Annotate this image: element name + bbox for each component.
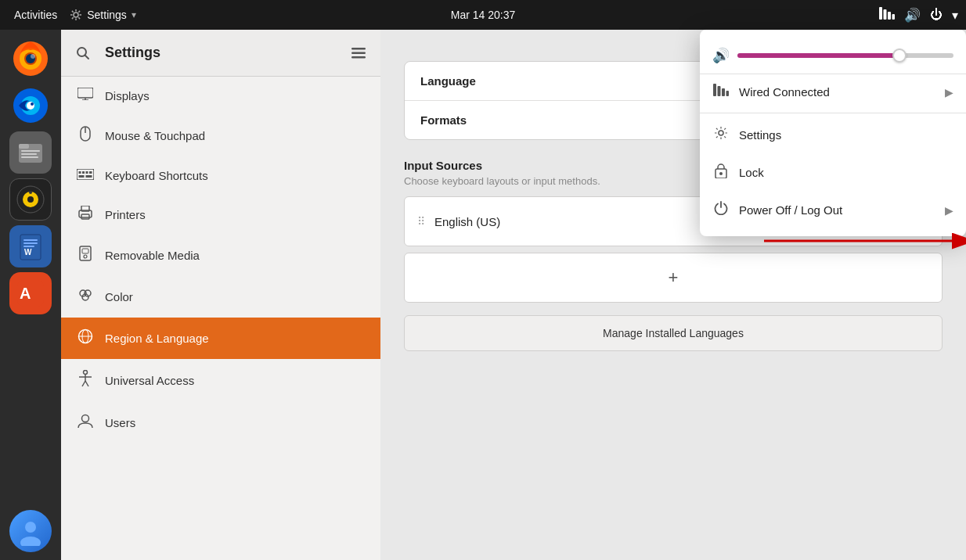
settings-panel: Settings Displays <box>61 30 380 560</box>
sidebar-item-region-language[interactable]: Region & Language <box>61 318 380 359</box>
firefox-icon <box>11 39 50 78</box>
svg-point-108 <box>719 172 723 175</box>
lock-svg-icon <box>715 163 727 178</box>
svg-rect-56 <box>79 175 85 178</box>
mouse-svg-icon <box>80 126 91 142</box>
dropdown-power-item[interactable]: Power Off / Log Out ▶ <box>700 192 966 228</box>
svg-rect-53 <box>82 171 85 174</box>
volume-knob[interactable] <box>892 48 907 63</box>
svg-rect-62 <box>82 249 88 253</box>
removable-media-label: Removable Media <box>105 249 200 262</box>
users-label: Users <box>105 416 135 429</box>
region-language-label: Region & Language <box>105 332 209 345</box>
displays-icon <box>77 88 94 104</box>
network-icon[interactable] <box>879 7 895 23</box>
avatar-icon <box>16 516 45 546</box>
svg-point-75 <box>82 415 89 422</box>
svg-line-106 <box>716 136 718 138</box>
svg-rect-52 <box>79 171 81 174</box>
manage-languages-button[interactable]: Manage Installed Languages <box>404 315 943 351</box>
svg-line-74 <box>85 381 88 386</box>
svg-point-29 <box>27 196 34 203</box>
settings-title: Settings <box>105 45 337 61</box>
input-sources-desc: Choose keyboard layouts or input methods… <box>404 175 600 187</box>
color-svg-icon <box>77 287 93 303</box>
svg-point-63 <box>84 255 87 258</box>
sidebar-item-color[interactable]: Color <box>61 276 380 318</box>
svg-rect-24 <box>21 150 40 152</box>
volume-icon[interactable]: 🔊 <box>904 7 921 23</box>
users-svg-icon <box>77 413 93 429</box>
add-source-button[interactable]: + <box>404 253 943 303</box>
power-arrow-icon: ▶ <box>945 204 953 217</box>
wired-arrow-icon: ▶ <box>945 86 953 99</box>
keyboard-icon <box>77 167 94 184</box>
activities-button[interactable]: Activities <box>8 5 63 24</box>
removable-media-icon <box>77 246 94 265</box>
color-label: Color <box>105 290 133 303</box>
input-sources-text: Input Sources Choose keyboard layouts or… <box>404 159 600 187</box>
sidebar-item-universal-access[interactable]: Universal Access <box>61 359 380 402</box>
volume-row: 🔊 <box>700 38 966 74</box>
printer-svg-icon <box>77 206 93 220</box>
sidebar-item-users[interactable]: Users <box>61 402 380 443</box>
dock-item-thunderbird[interactable] <box>9 84 52 127</box>
rhythmbox-icon <box>16 185 45 214</box>
dropdown-pointer <box>928 30 944 39</box>
svg-line-7 <box>79 11 81 13</box>
dock-item-files[interactable] <box>9 131 52 174</box>
dropdown-power-label: Power Off / Log Out <box>739 203 842 217</box>
svg-rect-12 <box>892 14 896 20</box>
dock: W A <box>0 30 61 560</box>
dock-item-avatar[interactable] <box>9 510 52 552</box>
system-menu-arrow[interactable]: ▾ <box>952 8 958 23</box>
svg-rect-55 <box>89 171 92 174</box>
sidebar-item-mouse[interactable]: Mouse & Touchpad <box>61 115 380 156</box>
svg-rect-9 <box>879 7 882 20</box>
volume-slider[interactable] <box>737 53 953 58</box>
wired-label: Wired Connected <box>739 85 830 99</box>
dropdown-settings-item[interactable]: Settings <box>700 117 966 153</box>
sidebar-item-keyboard-shortcuts[interactable]: Keyboard Shortcuts <box>61 156 380 195</box>
printers-label: Printers <box>105 208 146 221</box>
svg-rect-46 <box>77 88 93 98</box>
svg-line-42 <box>85 55 89 59</box>
svg-rect-35 <box>23 246 34 247</box>
svg-point-98 <box>719 131 723 135</box>
power-off-icon <box>712 201 730 219</box>
sidebar-item-printers[interactable]: Printers <box>61 195 380 235</box>
svg-line-8 <box>72 17 74 19</box>
svg-line-5 <box>72 11 74 13</box>
topbar-datetime: Mar 14 20:37 <box>451 9 516 21</box>
search-icon <box>76 46 90 60</box>
drag-handle[interactable]: ⠿ <box>417 215 425 228</box>
svg-line-6 <box>79 17 81 19</box>
svg-line-103 <box>716 128 718 130</box>
dropdown-settings-icon <box>712 126 730 144</box>
svg-rect-45 <box>351 56 366 59</box>
svg-rect-95 <box>718 86 721 96</box>
sidebar-item-displays[interactable]: Displays <box>61 77 380 115</box>
svg-point-40 <box>20 537 41 546</box>
svg-rect-23 <box>19 144 29 149</box>
volume-slider-container[interactable] <box>737 53 953 58</box>
svg-text:W: W <box>24 248 32 257</box>
dock-item-writer[interactable]: W <box>9 225 52 267</box>
svg-point-17 <box>31 54 35 59</box>
svg-text:A: A <box>20 285 31 302</box>
universal-access-label: Universal Access <box>105 374 194 387</box>
dock-item-rhythmbox[interactable] <box>9 178 52 221</box>
settings-svg-icon <box>714 126 728 140</box>
settings-topbar-icon <box>70 9 82 21</box>
dock-item-appstore[interactable]: A <box>9 272 52 314</box>
dropdown-lock-item[interactable]: Lock <box>700 153 966 192</box>
sidebar-item-removable-media[interactable]: Removable Media <box>61 235 380 276</box>
settings-menu-button[interactable] <box>346 41 371 66</box>
svg-rect-26 <box>21 156 38 158</box>
topbar-dropdown-arrow[interactable]: ▾ <box>132 9 136 20</box>
search-button[interactable] <box>70 41 96 66</box>
dock-item-firefox[interactable] <box>9 38 52 80</box>
power-icon[interactable]: ⏻ <box>930 8 943 22</box>
dropdown-wired-item[interactable]: Wired Connected ▶ <box>700 74 966 109</box>
svg-rect-57 <box>86 175 92 178</box>
